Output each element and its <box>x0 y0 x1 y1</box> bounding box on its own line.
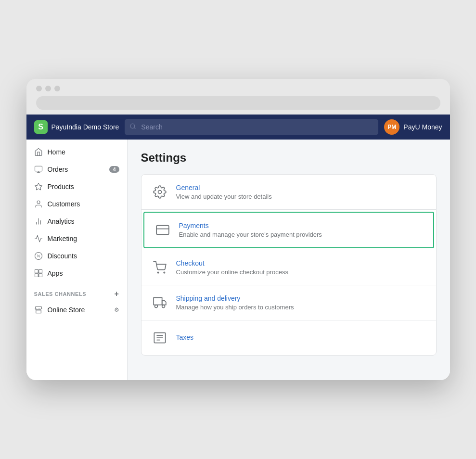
settings-desc-checkout: Customize your online checkout process <box>176 268 288 276</box>
search-wrapper <box>125 119 378 135</box>
marketing-icon <box>34 234 43 243</box>
settings-desc-payments: Enable and manage your store's payment p… <box>179 231 322 238</box>
settings-item-general[interactable]: General View and update your store detai… <box>142 175 436 210</box>
browser-chrome <box>26 79 450 115</box>
user-name: PayU Money <box>403 123 442 131</box>
sales-channels-section: SALES CHANNELS + <box>26 282 127 301</box>
sidebar-item-online-store[interactable]: Online Store ⚙ <box>26 301 127 319</box>
settings-text-general: General View and update your store detai… <box>176 184 272 200</box>
svg-point-26 <box>154 305 157 308</box>
top-nav: S PayuIndia Demo Store PM PayU Money <box>26 115 450 140</box>
sidebar-label-discounts: Discounts <box>48 252 119 260</box>
shopify-app: S PayuIndia Demo Store PM PayU Money <box>26 115 450 380</box>
settings-title-taxes: Taxes <box>176 333 194 341</box>
online-store-icon <box>34 306 43 314</box>
sidebar-label-apps: Apps <box>48 269 119 277</box>
svg-point-12 <box>37 255 38 255</box>
svg-marker-5 <box>35 183 42 190</box>
settings-item-payments[interactable]: Payments Enable and manage your store's … <box>143 212 434 248</box>
browser-frame: S PayuIndia Demo Store PM PayU Money <box>26 79 450 380</box>
checkout-icon <box>151 259 168 276</box>
settings-title-shipping: Shipping and delivery <box>176 294 294 302</box>
svg-rect-20 <box>156 226 169 235</box>
svg-rect-16 <box>35 274 38 277</box>
svg-rect-2 <box>35 166 42 171</box>
svg-point-19 <box>158 191 161 194</box>
general-icon <box>151 183 168 201</box>
svg-rect-17 <box>39 274 42 277</box>
settings-item-shipping[interactable]: Shipping and delivery Manage how you shi… <box>142 285 436 320</box>
products-icon <box>34 182 43 191</box>
discounts-icon <box>34 252 43 260</box>
taxes-icon <box>151 329 168 346</box>
avatar: PM <box>384 119 399 135</box>
svg-rect-18 <box>36 310 41 313</box>
svg-point-23 <box>164 272 165 273</box>
browser-dot-green <box>54 86 60 91</box>
svg-marker-25 <box>162 300 166 305</box>
sidebar-label-online-store: Online Store <box>48 306 109 314</box>
apps-icon <box>34 269 43 278</box>
content-area: Settings General View and update you <box>128 140 450 380</box>
settings-item-taxes[interactable]: Taxes <box>142 320 436 355</box>
settings-text-shipping: Shipping and delivery Manage how you shi… <box>176 294 294 311</box>
settings-text-checkout: Checkout Customize your online checkout … <box>176 259 288 276</box>
sidebar: Home Orders 4 <box>26 140 128 380</box>
store-brand: S PayuIndia Demo Store <box>34 120 119 134</box>
settings-text-payments: Payments Enable and manage your store's … <box>179 222 322 238</box>
sidebar-item-customers[interactable]: Customers <box>26 195 127 213</box>
sidebar-item-home[interactable]: Home <box>26 143 127 161</box>
address-bar[interactable] <box>36 96 440 110</box>
orders-icon <box>34 165 43 174</box>
svg-point-13 <box>39 257 39 257</box>
sidebar-label-products: Products <box>48 183 119 191</box>
svg-rect-15 <box>39 270 42 273</box>
search-icon <box>129 123 136 131</box>
sidebar-item-products[interactable]: Products <box>26 178 127 195</box>
svg-line-1 <box>134 128 136 129</box>
sidebar-item-analytics[interactable]: Analytics <box>26 213 127 230</box>
settings-gear-icon[interactable]: ⚙ <box>114 306 119 313</box>
settings-desc-general: View and update your store details <box>176 193 272 200</box>
browser-dot-red <box>36 86 42 91</box>
store-name: PayuIndia Demo Store <box>51 123 119 131</box>
sidebar-item-orders[interactable]: Orders 4 <box>26 161 127 178</box>
settings-title-checkout: Checkout <box>176 259 288 267</box>
settings-desc-shipping: Manage how you ship orders to customers <box>176 304 294 311</box>
svg-point-22 <box>157 272 158 273</box>
customers-icon <box>34 200 43 208</box>
sidebar-item-marketing[interactable]: Marketing <box>26 230 127 247</box>
settings-card: General View and update your store detai… <box>141 174 437 356</box>
sidebar-label-marketing: Marketing <box>48 235 119 242</box>
sidebar-item-apps[interactable]: Apps <box>26 265 127 282</box>
search-input[interactable] <box>125 119 378 135</box>
orders-badge: 4 <box>109 166 119 173</box>
settings-item-checkout[interactable]: Checkout Customize your online checkout … <box>142 250 436 285</box>
shopify-logo: S <box>34 120 48 134</box>
page-title: Settings <box>141 151 437 165</box>
svg-rect-14 <box>35 270 38 273</box>
user-badge: PM PayU Money <box>384 119 442 135</box>
sidebar-label-orders: Orders <box>48 166 105 173</box>
svg-point-6 <box>37 201 40 204</box>
analytics-icon <box>34 217 43 226</box>
sidebar-label-analytics: Analytics <box>48 217 119 225</box>
browser-dot-yellow <box>45 86 51 91</box>
settings-title-general: General <box>176 184 272 191</box>
svg-rect-24 <box>154 298 162 305</box>
svg-point-27 <box>162 305 165 308</box>
browser-dots <box>36 86 440 91</box>
settings-title-payments: Payments <box>179 222 322 230</box>
add-sales-channel-icon[interactable]: + <box>115 290 119 298</box>
sidebar-label-customers: Customers <box>48 200 119 208</box>
payments-icon <box>154 221 171 239</box>
home-icon <box>34 148 43 156</box>
sidebar-label-home: Home <box>48 148 119 156</box>
settings-text-taxes: Taxes <box>176 333 194 343</box>
main-layout: Home Orders 4 <box>26 140 450 380</box>
sidebar-item-discounts[interactable]: Discounts <box>26 247 127 265</box>
shipping-icon <box>151 294 168 311</box>
